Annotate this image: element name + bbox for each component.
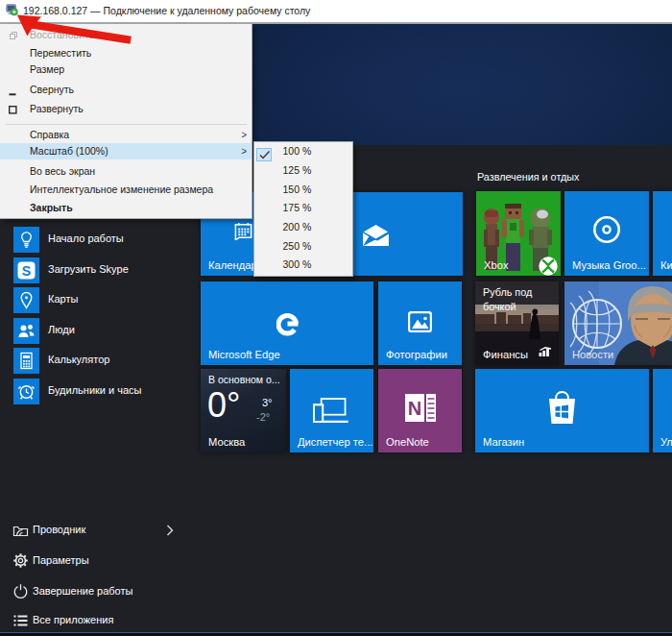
svg-text:N: N: [408, 398, 421, 419]
svg-text:S: S: [22, 262, 31, 278]
